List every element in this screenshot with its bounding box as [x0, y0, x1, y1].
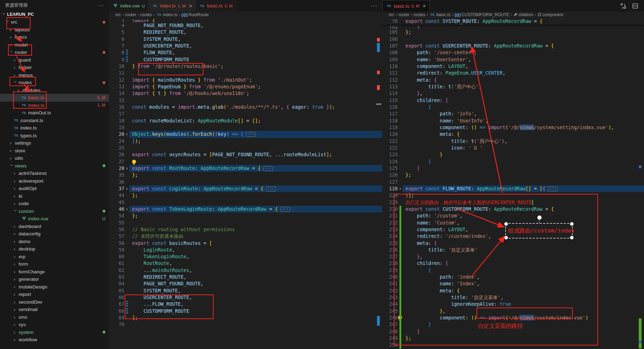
tree-item-views[interactable]: ›views — [0, 162, 109, 170]
breadcrumb-item-routes[interactable]: routes — [414, 12, 425, 17]
code-line-37[interactable]: 37›export const LoginRoute: AppRouteReco… — [109, 185, 382, 192]
code-line-59[interactable]: 59 LoginRoute, — [109, 247, 382, 253]
code-line-11[interactable]: 11 — [109, 70, 382, 76]
code-line-242[interactable]: 242 meta: { — [382, 287, 644, 294]
code-line-117[interactable]: 117 path: 'info', — [382, 110, 644, 117]
code-line-127[interactable]: 127 — [382, 179, 644, 185]
folded-region-badge[interactable]: ··· — [246, 132, 256, 137]
code-line-232[interactable]: 232 name: 'Custom', — [382, 220, 644, 226]
tree-item-utils[interactable]: ›utils — [0, 154, 109, 162]
tree-item-dashboard[interactable]: ›dashboard — [0, 223, 109, 230]
tree-item-index.vue[interactable]: index.vueU — [0, 215, 109, 223]
code-line-69[interactable]: 69]; — [109, 315, 382, 321]
folded-region-badge[interactable]: ··· — [263, 166, 273, 171]
code-line-107[interactable]: 107export const USERCENTER_ROUTE: AppRou… — [382, 43, 644, 49]
tree-item-model[interactable]: ›model — [0, 41, 109, 49]
code-line-44[interactable]: 44}; — [109, 192, 382, 199]
code-line-58[interactable]: 58export const basicRoutes = [ — [109, 240, 382, 247]
tree-item-mainOut.ts[interactable]: TSmainOut.ts — [0, 109, 109, 117]
code-line-7[interactable]: 7 USERCENTER_ROUTE, — [109, 43, 382, 49]
code-line-248[interactable]: 248 ] — [382, 328, 644, 335]
tree-item-sendmail[interactable]: ›sendmail — [0, 306, 109, 313]
code-line-60[interactable]: 60 TokenLoginRoute, — [109, 253, 382, 260]
tree-item-demo[interactable]: ›demo — [0, 238, 109, 246]
code-line-4[interactable]: 4 PAGE_NOT_FOUND_ROUTE, — [109, 22, 382, 29]
close-icon[interactable]: × — [423, 3, 425, 9]
code-line-116[interactable]: 116 { — [382, 104, 644, 110]
code-line-15[interactable]: 15 — [109, 97, 382, 104]
code-line-76[interactable]: 76export const SYSTEM_ROUTE: AppRouteRec… — [382, 18, 644, 25]
breadcrumb-item-router[interactable]: router — [398, 12, 409, 17]
tree-item-modules[interactable]: ›modules — [0, 87, 109, 94]
tree-item-index.ts[interactable]: TSindex.ts1, M — [0, 102, 109, 109]
code-line-241[interactable]: 241 name: 'Index', — [382, 280, 644, 287]
code-line-5[interactable]: 5 REDIRECT_ROUTE, — [109, 29, 382, 36]
breadcrumb-item-basic.ts[interactable]: TSbasic.ts — [430, 12, 451, 17]
code-line-108[interactable]: 108 path: '/user-center', — [382, 49, 644, 56]
folded-region-badge[interactable]: ··· — [280, 207, 290, 212]
code-line-70[interactable]: 70 — [109, 321, 382, 328]
tree-item-helper[interactable]: ›helper — [0, 64, 109, 71]
code-line-121[interactable]: 121 title: t('用户中心'), — [382, 138, 644, 145]
code-line-12[interactable]: 12import { mainOutRoutes } from './mainO… — [109, 77, 382, 83]
breadcrumb-item-src[interactable]: src — [115, 12, 121, 17]
code-line-27[interactable]: 27 — [109, 158, 382, 165]
code-editor-right[interactable]: 76export const SYSTEM_ROUTE: AppRouteRec… — [382, 18, 644, 349]
fold-chevron-icon[interactable]: › — [125, 165, 128, 172]
tree-item-workflow[interactable]: ›workflow — [0, 336, 109, 344]
code-line-235[interactable]: 235 meta: { — [382, 240, 644, 247]
code-line-128[interactable]: 128›export const FLOW_ROUTE: AppRouteRec… — [382, 185, 644, 192]
code-line-110[interactable]: 110 component: LAYOUT, — [382, 63, 644, 70]
code-line-8[interactable]: 8 FLOW_ROUTE, — [109, 49, 382, 56]
fold-chevron-icon[interactable]: › — [125, 185, 128, 192]
tree-item-routes[interactable]: ›routes — [0, 79, 109, 87]
breadcrumb-item-component[interactable]: component — [538, 12, 563, 17]
code-line-113[interactable]: 113 title: t('用户中心') — [382, 83, 644, 90]
editor-swap-icon[interactable] — [620, 2, 626, 9]
tree-item-form[interactable]: ›form — [0, 260, 109, 268]
code-line-57[interactable]: 57// 未经许可的基本路由 — [109, 233, 382, 240]
tree-item-sms[interactable]: ›sms — [0, 313, 109, 321]
breadcrumb-item-index.ts[interactable]: TSindex.ts — [156, 12, 177, 17]
tree-item-erp[interactable]: ›erp — [0, 253, 109, 261]
code-line-66[interactable]: 66 USERCENTER_ROUTE, — [109, 294, 382, 301]
breadcrumb-item-routes[interactable]: routes — [140, 12, 152, 17]
explorer-more-icon[interactable]: ··· — [98, 2, 104, 8]
code-line-19[interactable]: 19 — [109, 124, 382, 131]
tree-item-guard[interactable]: ›guard — [0, 56, 109, 64]
tree-item-report[interactable]: ›report — [0, 291, 109, 298]
code-line-9[interactable]: 9 CUSTOMFORM_ROUTE — [109, 56, 382, 63]
code-line-18[interactable]: 18const routeModuleList: AppRouteModule[… — [109, 118, 382, 124]
tree-item-desktop[interactable]: ›desktop — [0, 245, 109, 253]
code-line-244[interactable]: 244 ignoreKeepAlive: true — [382, 301, 644, 307]
code-line-233[interactable]: 233 component: LAYOUT, — [382, 226, 644, 233]
code-line-250[interactable]: 250 — [382, 342, 644, 348]
code-line-238[interactable]: 238 children: [ — [382, 260, 644, 267]
code-line-16[interactable]: 16const modules = import.meta.glob('./mo… — [109, 104, 382, 110]
code-line-10[interactable]: 10} from '/@/router/routes/basic'; — [109, 63, 382, 70]
close-icon[interactable]: × — [189, 3, 192, 9]
code-line-63[interactable]: 63 REDIRECT_ROUTE, — [109, 274, 382, 280]
tree-item-bi[interactable]: ›bi — [0, 192, 109, 200]
code-line-124[interactable]: 124 } — [382, 158, 644, 165]
code-line-123[interactable]: 123 } — [382, 151, 644, 158]
code-line-122[interactable]: 122 icon: ' Ω ' — [382, 145, 644, 151]
tree-item-formChange[interactable]: ›formChange — [0, 268, 109, 276]
tree-item-src[interactable]: ›src — [0, 18, 109, 26]
tree-item-layouts[interactable]: ›layouts — [0, 26, 109, 34]
code-line-246[interactable]: 246 component: () => import('/@/views/cu… — [382, 315, 644, 321]
code-line-109[interactable]: 109 name: 'UserCenter', — [382, 56, 644, 63]
tree-item-secondDev[interactable]: ›secondDev — [0, 298, 109, 306]
code-line-240[interactable]: 240 path: 'index', — [382, 274, 644, 280]
code-line-234[interactable]: 234 redirect: '/custom/index', — [382, 233, 644, 240]
fold-chevron-icon[interactable]: › — [399, 185, 402, 192]
overview-ruler-left[interactable] — [376, 12, 382, 349]
tree-item-sys[interactable]: ›sys — [0, 321, 109, 329]
code-line-243[interactable]: 243 title: '自定义菜单', — [382, 294, 644, 301]
folded-region-badge[interactable]: ··· — [266, 186, 276, 191]
code-line-25[interactable]: 25 — [109, 145, 382, 151]
tree-item-custom[interactable]: ›custom — [0, 208, 109, 215]
code-line-247[interactable]: 247 } — [382, 321, 644, 328]
code-line-13[interactable]: 13import { PageEnum } from '/@/enums/pag… — [109, 83, 382, 90]
breadcrumb-item-RootRoute[interactable]: [@]RootRoute — [182, 12, 209, 17]
